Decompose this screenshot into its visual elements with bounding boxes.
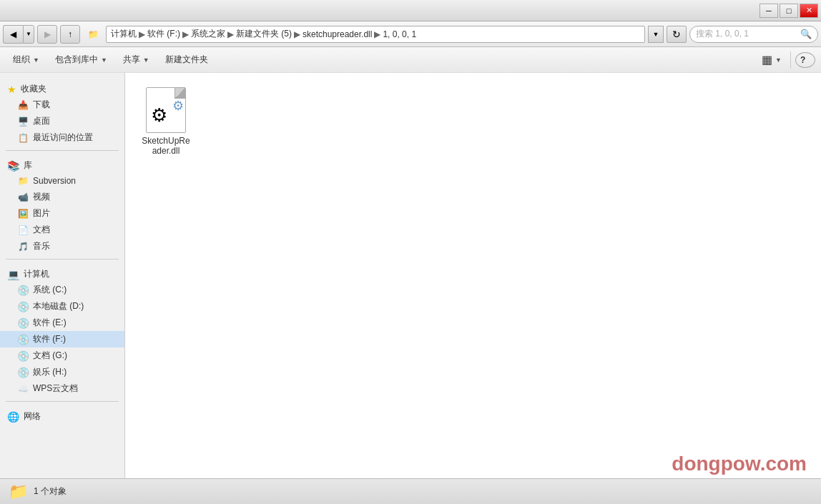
status-count: 1 个对象 <box>34 485 67 498</box>
organize-arrow: ▼ <box>33 56 39 64</box>
recent-icon: 📋 <box>17 132 29 144</box>
wps-icon: ☁️ <box>17 383 29 395</box>
drive-d-icon: 💿 <box>17 301 29 312</box>
sidebar: ★ 收藏夹 📥 下载 🖥️ 桌面 📋 最近访问的位置 📚 库 📁 Subvers… <box>0 73 125 478</box>
address-dropdown[interactable]: ▼ <box>648 26 664 43</box>
computer-icon: 💻 <box>7 269 19 280</box>
download-icon: 📥 <box>17 99 29 111</box>
sidebar-item-document-g[interactable]: 💿 文档 (G:) <box>0 347 124 364</box>
sidebar-section-library: 📚 库 <box>0 155 124 173</box>
network-icon: 🌐 <box>7 411 19 423</box>
breadcrumb-version[interactable]: 1, 0, 0, 1 <box>383 29 416 39</box>
breadcrumb-file[interactable]: sketchupreader.dll <box>303 29 372 39</box>
video-icon: 📹 <box>17 192 29 203</box>
minimize-button[interactable]: ─ <box>759 4 778 18</box>
drive-g-icon: 💿 <box>17 350 29 362</box>
main-area: ★ 收藏夹 📥 下载 🖥️ 桌面 📋 最近访问的位置 📚 库 📁 Subvers… <box>0 73 821 478</box>
divider-1 <box>6 150 119 151</box>
back-button[interactable]: ◀ <box>3 25 23 44</box>
toolbar: 组织 ▼ 包含到库中 ▼ 共享 ▼ 新建文件夹 ▦ ▼ ? <box>0 47 821 73</box>
views-icon: ▦ <box>762 53 772 66</box>
sidebar-item-document[interactable]: 📄 文档 <box>0 222 124 238</box>
document-icon: 📄 <box>17 224 29 236</box>
library-icon: 📚 <box>7 160 19 172</box>
back-dropdown[interactable]: ▼ <box>23 25 34 44</box>
views-button[interactable]: ▦ ▼ <box>757 50 786 70</box>
organize-button[interactable]: 组织 ▼ <box>6 50 46 70</box>
subversion-icon: 📁 <box>17 175 29 187</box>
sidebar-item-wps[interactable]: ☁️ WPS云文档 <box>0 380 124 397</box>
gear-big-icon: ⚙ <box>151 104 167 127</box>
sidebar-item-desktop[interactable]: 🖥️ 桌面 <box>0 113 124 129</box>
back-icon: ◀ <box>10 29 16 39</box>
sidebar-item-system-c[interactable]: 💿 系统 (C:) <box>0 282 124 298</box>
drive-h-icon: 💿 <box>17 367 29 378</box>
status-folder-icon: 📁 <box>9 483 28 501</box>
drive-e-icon: 💿 <box>17 317 29 329</box>
search-box[interactable]: 搜索 1, 0, 0, 1 🔍 <box>689 26 818 43</box>
sidebar-item-local-d[interactable]: 💿 本地磁盘 (D:) <box>0 298 124 315</box>
refresh-icon: ↻ <box>672 29 681 40</box>
file-item-dll[interactable]: ⚙ ⚙ SketchUpReader.dll <box>134 81 198 162</box>
address-path[interactable]: 计算机 ▶ 软件 (F:) ▶ 系统之家 ▶ 新建文件夹 (5) ▶ sketc… <box>106 26 645 43</box>
nav-buttons: ◀ ▼ <box>3 25 34 44</box>
sidebar-item-recent[interactable]: 📋 最近访问的位置 <box>0 129 124 146</box>
back-dropdown-icon: ▼ <box>26 31 31 37</box>
drive-c-icon: 💿 <box>17 285 29 296</box>
folder-icon: 📁 <box>88 29 99 39</box>
sidebar-section-computer: 💻 计算机 <box>0 264 124 282</box>
divider-2 <box>6 259 119 260</box>
sidebar-item-music[interactable]: 🎵 音乐 <box>0 238 124 255</box>
gear-small-icon: ⚙ <box>172 98 184 114</box>
sidebar-item-video[interactable]: 📹 视频 <box>0 189 124 205</box>
up-icon: ↑ <box>68 29 72 39</box>
sidebar-section-favorites: ★ 收藏夹 <box>0 79 124 97</box>
include-library-button[interactable]: 包含到库中 ▼ <box>48 50 114 70</box>
sidebar-item-download[interactable]: 📥 下载 <box>0 97 124 113</box>
forward-icon: ▶ <box>44 29 51 39</box>
refresh-button[interactable]: ↻ <box>667 26 687 43</box>
close-button[interactable]: ✕ <box>800 4 818 18</box>
sidebar-section-network: 🌐 网络 <box>0 406 124 424</box>
share-arrow: ▼ <box>143 56 149 64</box>
title-bar: ─ □ ✕ <box>0 0 821 21</box>
dll-file-icon: ⚙ ⚙ <box>143 87 189 133</box>
share-button[interactable]: 共享 ▼ <box>116 50 157 70</box>
star-icon: ★ <box>7 84 16 95</box>
sidebar-item-entertainment-h[interactable]: 💿 娱乐 (H:) <box>0 364 124 380</box>
breadcrumb-drive[interactable]: 软件 (F:) <box>147 28 180 40</box>
toolbar-separator <box>790 51 791 69</box>
search-placeholder: 搜索 1, 0, 0, 1 <box>696 28 800 40</box>
image-icon: 🖼️ <box>17 208 29 219</box>
breadcrumb-computer[interactable]: 计算机 <box>111 28 137 40</box>
folder-button[interactable]: 📁 <box>83 25 103 44</box>
breadcrumb-folder1[interactable]: 系统之家 <box>191 28 225 40</box>
music-icon: 🎵 <box>17 241 29 252</box>
window-controls: ─ □ ✕ <box>759 4 818 18</box>
new-folder-button[interactable]: 新建文件夹 <box>158 50 215 70</box>
sidebar-item-software-e[interactable]: 💿 软件 (E:) <box>0 315 124 331</box>
status-bar: 📁 1 个对象 <box>0 478 821 504</box>
include-arrow: ▼ <box>101 56 107 64</box>
up-button[interactable]: ↑ <box>60 25 80 44</box>
divider-3 <box>6 401 119 402</box>
sidebar-item-software-f[interactable]: 💿 软件 (F:) <box>0 331 124 347</box>
file-label: SketchUpReader.dll <box>139 136 192 156</box>
desktop-icon: 🖥️ <box>17 116 29 127</box>
address-bar: ◀ ▼ ▶ ↑ 📁 计算机 ▶ 软件 (F:) ▶ 系统之家 ▶ 新建文件夹 (… <box>0 21 821 47</box>
views-arrow: ▼ <box>775 56 782 64</box>
sidebar-item-image[interactable]: 🖼️ 图片 <box>0 205 124 222</box>
search-icon[interactable]: 🔍 <box>800 29 812 39</box>
sidebar-item-subversion[interactable]: 📁 Subversion <box>0 173 124 189</box>
forward-button[interactable]: ▶ <box>37 25 57 44</box>
help-button[interactable]: ? <box>795 52 815 68</box>
maximize-button[interactable]: □ <box>780 4 798 18</box>
breadcrumb-folder2[interactable]: 新建文件夹 (5) <box>236 28 292 40</box>
dropdown-icon: ▼ <box>653 31 659 38</box>
file-area: ⚙ ⚙ SketchUpReader.dll <box>125 73 821 478</box>
drive-f-icon: 💿 <box>17 334 29 345</box>
